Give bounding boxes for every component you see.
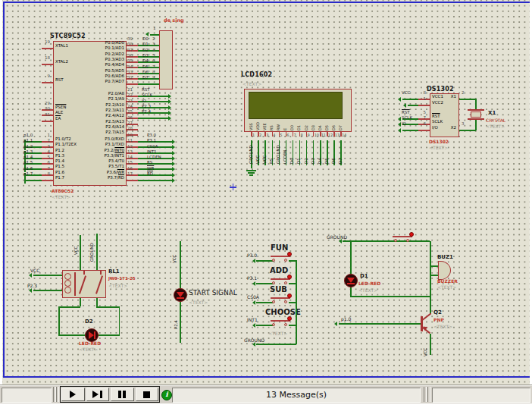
sim-stop-button[interactable] [136, 388, 159, 401]
wire [459, 130, 476, 131]
simulation-controls [60, 386, 160, 403]
pin-number: 1 [33, 135, 50, 136]
alarm-vcc-vertical: VCC [424, 348, 428, 356]
wire [256, 325, 274, 326]
lcd-pin-number: 10 [315, 135, 319, 136]
pin-name: P3.3/INT1 [73, 155, 124, 156]
message-panel[interactable]: 13 Message(s) [172, 388, 421, 403]
terminal-label: p1.0 [23, 135, 33, 136]
key-pin [284, 259, 287, 262]
buzzer-body[interactable] [438, 261, 451, 280]
lcd-pin-number: 9 [308, 135, 310, 136]
lcd-net-label: VCC [258, 155, 258, 164]
net-label: INT1 [247, 319, 258, 320]
net-label: CS0A [247, 297, 259, 297]
connector-pin-number: 7 [152, 67, 155, 68]
pin-name: P1.7 [55, 177, 64, 178]
sim-play-button[interactable] [61, 388, 85, 401]
pin-number: 32 [127, 77, 133, 78]
key-actuator-dot[interactable] [409, 232, 414, 237]
terminal-arrow-icon [252, 259, 255, 263]
terminal-label: RST [402, 112, 410, 113]
lcd-pin-name: E [285, 128, 286, 130]
net-label: RST [142, 89, 150, 90]
pin-name: P2.3/A11 [73, 110, 124, 111]
lcd-pin-number: 1 [252, 135, 255, 136]
pin-number: 2 [33, 140, 50, 141]
pin-name: P3.5/T1 [73, 166, 124, 167]
rtc-value: DS1302 [429, 140, 449, 144]
net-label: P2.4 [142, 111, 151, 112]
pin-name: RST [432, 116, 440, 117]
message-info-icon[interactable]: i [161, 390, 172, 400]
sim-step-button[interactable] [86, 388, 110, 401]
pin-name: P1.3 [55, 155, 64, 156]
wire [42, 48, 53, 49]
connector-body[interactable] [159, 30, 173, 89]
net-label: P3.1 [147, 140, 156, 141]
pin-name: PSEN [55, 107, 66, 108]
mcu-title: STC89C52 [50, 33, 86, 39]
status-divider [427, 387, 430, 402]
wire [343, 240, 430, 242]
relay-coil-arc [64, 273, 71, 280]
net-label: P3.0 [247, 255, 257, 256]
key-actuator-dot[interactable] [287, 252, 292, 256]
sim-pause-button[interactable] [111, 388, 134, 401]
wire [256, 302, 274, 303]
terminal-arrow-icon [252, 300, 255, 305]
schematic-canvas[interactable]: STC89C52 AT89C52 <TEXT> de sing LCD1602 … [0, 0, 532, 385]
wire [42, 82, 53, 83]
status-left-panel [2, 388, 52, 403]
key-actuator-dot[interactable] [287, 275, 292, 279]
lcd-net-label: D4 [320, 158, 321, 164]
pin-name: P2.2/A10 [73, 105, 124, 105]
pin-name: P0.5/AD5 [73, 71, 124, 71]
pin-number: 28 [127, 128, 133, 129]
q2-text-placeholder: <TEXT> [433, 325, 452, 329]
key-actuator-dot[interactable] [287, 316, 292, 321]
relay-contact-stub [83, 271, 85, 275]
stop-icon [143, 391, 150, 398]
rtc-text-placeholder: <TEXT> [429, 146, 448, 150]
wire [418, 105, 430, 106]
pin-name: P3.0/RXD [73, 139, 124, 140]
net-label: IO [142, 101, 146, 102]
lcd-net-label: D1 [299, 158, 299, 164]
pin-number: 15 [127, 162, 133, 163]
rtc-title: DS1302 [427, 86, 454, 93]
crystal-ref: X1 [488, 111, 496, 116]
key-pin [272, 323, 275, 326]
wire [138, 61, 159, 63]
key-label: ADD [270, 270, 288, 271]
pin-name: P2.7/A15 [73, 132, 124, 133]
d2-value: LED-RED [79, 341, 101, 346]
start-signal-label: START SIGNAL [189, 290, 237, 297]
relay-value: JW0-171-25 [108, 277, 136, 281]
net-label: D0 [142, 39, 149, 39]
lcd-pin-number: 3 [266, 135, 268, 136]
pin-name: P2.6/A14 [73, 127, 124, 127]
pin-name: I/O [432, 127, 438, 128]
wire [150, 34, 159, 36]
relay-text-placeholder: <TEXT> [108, 284, 127, 288]
pin-number: 3 [33, 146, 50, 147]
lcd-pin-number: 7 [293, 135, 296, 136]
lcd-pin-number: 13 [335, 135, 340, 136]
pin-name: P0.4/AD4 [73, 64, 124, 65]
key-actuator-dot[interactable] [287, 294, 292, 298]
connector-pin-number: 2 [152, 39, 155, 39]
key-pin [272, 281, 275, 284]
pin-number: 2 [462, 93, 465, 93]
connector-pin-number: 6 [152, 61, 155, 61]
pin-number: 39 [127, 39, 133, 39]
lcd-pin-number: 6 [286, 135, 289, 136]
lcd-pin-number: 5 [280, 135, 282, 136]
led-triangle-icon [177, 292, 184, 297]
lcd-pin-name: D2 [306, 125, 307, 130]
terminal-label: p1.5 [23, 162, 33, 163]
crystal-body[interactable] [471, 111, 481, 118]
wire [42, 121, 53, 122]
lcd-pin-name: VEE [264, 123, 265, 130]
lcd-text-placeholder: <TEXT> [243, 82, 261, 86]
